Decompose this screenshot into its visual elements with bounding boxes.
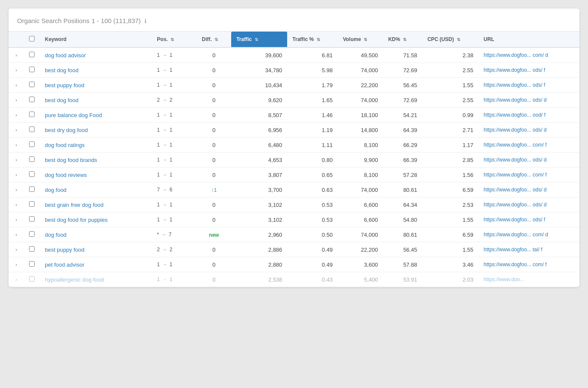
expand-button[interactable]: › [9,197,24,212]
keyword-link[interactable]: dog food [45,232,67,238]
keyword-link[interactable]: best dry dog food [45,127,88,133]
row-checkbox[interactable] [29,126,35,132]
expand-button[interactable]: › [9,257,24,272]
url-cell[interactable]: https://www.dogfoo... com/ f [479,257,579,272]
traffic-cell: 34,780 [231,63,287,78]
url-cell[interactable]: https://www.dogfoo... ods/ d [479,197,579,212]
cpc-cell: 1.55 [422,242,479,257]
url-cell[interactable]: https://www.dogfoo... ods/ d [479,93,579,108]
expand-button[interactable]: › [9,108,24,123]
diff-cell: 0 [197,242,231,257]
row-checkbox[interactable] [29,82,35,87]
keyword-link[interactable]: dog food advisor [45,52,86,59]
expand-button[interactable]: › [9,212,24,227]
cpc-cell: 6.59 [422,227,479,242]
col-header-traffic-pct[interactable]: Traffic % ⇅ [287,32,338,47]
traffic-cell: 3,700 [231,182,287,197]
col-header-cpc[interactable]: CPC (USD) ⇅ [422,32,479,47]
pos-arrow: → [162,262,167,267]
row-checkbox[interactable] [29,112,35,117]
keyword-link[interactable]: best grain free dog food [45,202,103,208]
row-checkbox[interactable] [29,97,35,102]
keyword-link[interactable]: dog food reviews [45,172,87,178]
keyword-cell: pet food advisor [40,257,152,272]
row-checkbox[interactable] [29,216,35,222]
expand-button[interactable]: › [9,93,24,108]
row-checkbox[interactable] [29,67,35,72]
row-checkbox-cell [24,242,40,257]
keyword-cell: dog food [40,182,152,197]
url-cell[interactable]: https://www.dogfoo... ods/ d [479,123,579,138]
expand-button[interactable]: › [9,272,24,287]
expand-button[interactable]: › [9,153,24,168]
url-cell[interactable]: https://www.dogfoo... com/ f [479,138,579,153]
expand-button[interactable]: › [9,63,24,78]
traffic-cell: 4,653 [231,153,287,168]
traffic-pct-cell: 1.46 [287,108,338,123]
url-cell[interactable]: https://www.dogfoo... com/ d [479,227,579,242]
keyword-link[interactable]: hypoallergenic dog food [45,276,104,283]
expand-button[interactable]: › [9,78,24,93]
keyword-link[interactable]: pure balance dog Food [45,112,102,118]
row-checkbox[interactable] [29,231,35,237]
row-checkbox[interactable] [29,52,35,57]
keyword-link[interactable]: best dog food [45,97,79,103]
expand-button[interactable]: › [9,123,24,138]
row-checkbox[interactable] [29,246,35,252]
expand-button[interactable]: › [9,47,24,63]
pos-to: 1 [170,82,173,88]
url-cell[interactable]: https://www.dogfoo... tai/ f [479,242,579,257]
chevron-right-icon: › [15,217,17,222]
traffic-cell: 2,880 [231,257,287,272]
url-cell[interactable]: https://www.dogfoo... com/ d [479,47,579,63]
row-checkbox[interactable] [29,186,35,192]
table-row: ›pure balance dog Food1 → 108,5071.4618,… [9,108,579,123]
url-cell[interactable]: https://www.dogfoo... ods/ f [479,63,579,78]
row-checkbox[interactable] [29,201,35,207]
col-header-traffic[interactable]: Traffic ⇅ [231,32,287,47]
col-header-kd[interactable]: KD% ⇅ [383,32,422,47]
expand-button[interactable]: › [9,227,24,242]
expand-button[interactable]: › [9,182,24,197]
cpc-cell: 6.59 [422,182,479,197]
keyword-link[interactable]: dog food [45,187,67,193]
pos-from: 2 [157,247,160,253]
keyword-link[interactable]: best dog food [45,67,79,73]
url-cell[interactable]: https://www.dogfoo... ods/ d [479,153,579,168]
url-cell[interactable]: https://www.dogfoo... ods/ f [479,78,579,93]
row-checkbox[interactable] [29,276,35,282]
info-icon[interactable]: ℹ [144,18,147,24]
pos-arrow: → [162,127,167,133]
url-cell[interactable]: https://www.dogfoo... com/ f [479,168,579,182]
keyword-link[interactable]: pet food advisor [45,262,85,268]
expand-button[interactable]: › [9,138,24,153]
url-cell[interactable]: https://www.dogfoo... ods/ d [479,182,579,197]
chevron-right-icon: › [15,82,17,88]
diff-value: 0 [212,172,215,178]
row-checkbox[interactable] [29,141,35,147]
expand-button[interactable]: › [9,242,24,257]
select-all-checkbox[interactable] [29,36,35,41]
col-header-diff[interactable]: Diff. ⇅ [197,32,231,47]
row-checkbox[interactable] [29,171,35,177]
col-header-pos[interactable]: Pos. ⇅ [152,32,197,47]
col-header-keyword[interactable]: Keyword [40,32,152,47]
row-checkbox[interactable] [29,156,35,162]
url-cell[interactable]: https://www.dogfoo... ods/ f [479,212,579,227]
expand-button[interactable]: › [9,168,24,182]
traffic-pct-cell: 6.81 [287,47,338,63]
keyword-link[interactable]: best dog food for puppies [45,217,108,223]
traffic-pct-cell: 0.49 [287,257,338,272]
keyword-link[interactable]: best puppy food [45,82,85,88]
url-cell[interactable]: https://www.doo... [479,272,579,287]
col-header-volume[interactable]: Volume ⇅ [338,32,383,47]
url-cell[interactable]: https://www.dogfoo... ood/ f [479,108,579,123]
row-checkbox[interactable] [29,261,35,267]
keyword-link[interactable]: best puppy food [45,247,85,253]
keyword-link[interactable]: best dog food brands [45,157,97,163]
col-header-check[interactable] [24,32,40,47]
diff-cell: new [197,227,231,242]
keyword-link[interactable]: dog food ratings [45,142,85,148]
traffic-pct-cell: 0.65 [287,168,338,182]
pos-from: 1 [157,127,160,133]
